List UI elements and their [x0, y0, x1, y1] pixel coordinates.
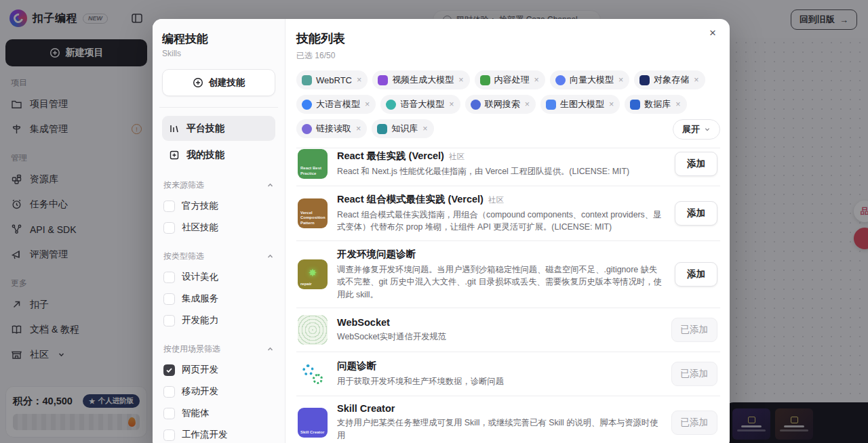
skill-title: 开发环境问题诊断: [337, 249, 416, 259]
checkbox-icon: [163, 222, 175, 234]
remove-tag-icon[interactable]: ×: [422, 124, 427, 133]
checkbox-label: 集成服务: [182, 293, 218, 305]
remove-tag-icon[interactable]: ×: [694, 75, 698, 85]
added-button[interactable]: 已添加: [671, 410, 718, 435]
add-button[interactable]: 添加: [675, 152, 717, 176]
bar-chart-icon: [169, 123, 180, 134]
chevron-up-icon: [267, 253, 274, 260]
tag-icon: [302, 75, 312, 85]
skill-title: React 组合模式最佳实践 (Vercel): [337, 194, 484, 205]
skill-icon-websocket: [298, 315, 328, 345]
nav-my-skills[interactable]: 我的技能: [162, 142, 275, 167]
add-button[interactable]: 添加: [675, 262, 717, 287]
skill-icon-text: Vercel Composition Pattern: [300, 211, 328, 226]
expand-tags-button[interactable]: 展开: [673, 119, 720, 140]
tag-icon: [386, 100, 396, 110]
tag-object-storage[interactable]: 对象存储×: [634, 70, 705, 89]
skills-modal-content: 技能列表 已选 16/50 WebRTC× 视频生成大模型× 内容处理× 向量大…: [285, 19, 730, 443]
filter-group-header[interactable]: 按类型筛选: [163, 251, 274, 262]
tag-video-model[interactable]: 视频生成大模型×: [372, 70, 469, 89]
remove-tag-icon[interactable]: ×: [449, 100, 454, 109]
checkbox-integration-services[interactable]: 集成服务: [162, 288, 275, 310]
checkbox-label: 设计美化: [182, 271, 218, 283]
filter-group-header[interactable]: 按使用场景筛选: [163, 343, 274, 355]
checkbox-community-skills[interactable]: 社区技能: [162, 217, 275, 238]
added-button[interactable]: 已添加: [671, 318, 718, 342]
add-button[interactable]: 添加: [675, 201, 717, 226]
checkbox-icon: [163, 201, 175, 212]
selected-tags: WebRTC× 视频生成大模型× 内容处理× 向量大模型× 对象存储× 大语言模…: [296, 70, 720, 140]
tag-knowledge-base[interactable]: 知识库×: [372, 119, 433, 138]
panel-title: 编程技能: [162, 31, 275, 47]
tag-database[interactable]: 数据库×: [625, 95, 686, 114]
tag-vector-model[interactable]: 向量大模型×: [550, 70, 629, 89]
tag-content-processing[interactable]: 内容处理×: [475, 70, 545, 89]
checkbox-checked-icon: [163, 364, 175, 376]
filter-group-title: 按使用场景筛选: [163, 343, 220, 355]
tag-icon: [546, 100, 556, 110]
skill-icon-repair: ✸ repair: [298, 259, 328, 289]
close-icon[interactable]: ×: [709, 27, 716, 39]
checkbox-mobile-dev[interactable]: 移动开发: [162, 381, 275, 402]
tag-link-reader[interactable]: 链接读取×: [296, 119, 367, 138]
remove-tag-icon[interactable]: ×: [618, 75, 623, 85]
skill-row-env-diagnosis: ✸ repair 开发环境问题诊断 调查并修复开发环境问题。当用户遇到沙箱稳定性…: [296, 241, 720, 308]
checkbox-workflow-dev[interactable]: 工作流开发: [162, 424, 275, 443]
tag-label: 大语言模型: [316, 98, 360, 110]
remove-tag-icon[interactable]: ×: [609, 100, 614, 109]
create-skill-label: 创建技能: [209, 77, 245, 89]
checkbox-official-skills[interactable]: 官方技能: [162, 195, 275, 217]
modal-title: 技能列表: [296, 30, 720, 47]
tag-label: 数据库: [644, 98, 671, 110]
skill-icon-text: React Best Practice: [300, 166, 328, 177]
filter-group-header[interactable]: 按来源筛选: [163, 180, 274, 191]
checkbox-agent[interactable]: 智能体: [162, 402, 275, 424]
create-skill-button[interactable]: 创建技能: [162, 69, 275, 96]
checkbox-design[interactable]: 设计美化: [162, 266, 275, 288]
filter-group-title: 按来源筛选: [163, 180, 204, 191]
checkbox-icon: [163, 315, 175, 326]
skill-title: Skill Creator: [337, 403, 395, 414]
remove-tag-icon[interactable]: ×: [365, 100, 370, 109]
square-plus-icon: [169, 150, 180, 161]
divider: [159, 107, 278, 108]
tag-web-search[interactable]: 联网搜索×: [465, 95, 536, 114]
checkbox-icon: [163, 408, 175, 419]
remove-tag-icon[interactable]: ×: [525, 100, 530, 109]
skill-title: React 最佳实践 (Vercel): [337, 150, 444, 161]
checkbox-label: 官方技能: [182, 200, 218, 212]
tag-icon: [630, 100, 640, 110]
nav-platform-skills[interactable]: 平台技能: [162, 116, 275, 141]
tag-speech-model[interactable]: 语音大模型×: [380, 95, 460, 114]
checkbox-label: 开发能力: [182, 314, 218, 326]
skill-icon-text: Skill Creator: [300, 430, 324, 436]
gear-icon: [302, 364, 314, 376]
checkbox-label: 网页开发: [182, 364, 218, 376]
tag-label: 视频生成大模型: [392, 74, 454, 86]
checkbox-dev-capability[interactable]: 开发能力: [162, 310, 275, 331]
skill-list: React Best Practice React 最佳实践 (Vercel)社…: [296, 148, 720, 443]
tag-llm[interactable]: 大语言模型×: [296, 95, 376, 114]
checkbox-web-dev[interactable]: 网页开发: [162, 359, 275, 381]
checkbox-label: 社区技能: [182, 222, 218, 234]
tag-label: 语音大模型: [400, 98, 444, 110]
remove-tag-icon[interactable]: ×: [534, 75, 539, 85]
remove-tag-icon[interactable]: ×: [458, 75, 463, 85]
tag-image-model[interactable]: 生图大模型×: [540, 95, 620, 114]
chevron-up-icon: [267, 182, 274, 189]
skill-source-tag: 社区: [488, 196, 504, 204]
remove-tag-icon[interactable]: ×: [357, 75, 361, 85]
tag-label: WebRTC: [316, 75, 352, 85]
chevron-up-icon: [267, 345, 274, 353]
screen: 限时体验： 抢部署 Coze Channel → 回到旧版 → 扣子编程 NEW: [0, 0, 868, 443]
tag-webrtc[interactable]: WebRTC×: [296, 70, 368, 89]
skill-row-react-composition: Vercel Composition Pattern React 组合模式最佳实…: [296, 186, 720, 241]
remove-tag-icon[interactable]: ×: [675, 100, 680, 109]
tag-label: 对象存储: [654, 74, 689, 86]
chevron-down-icon: [704, 126, 711, 133]
tag-label: 知识库: [391, 123, 418, 135]
remove-tag-icon[interactable]: ×: [356, 124, 361, 133]
skill-icon-react-best-practice: React Best Practice: [298, 149, 328, 179]
added-button[interactable]: 已添加: [671, 362, 718, 386]
tag-icon: [377, 124, 387, 134]
